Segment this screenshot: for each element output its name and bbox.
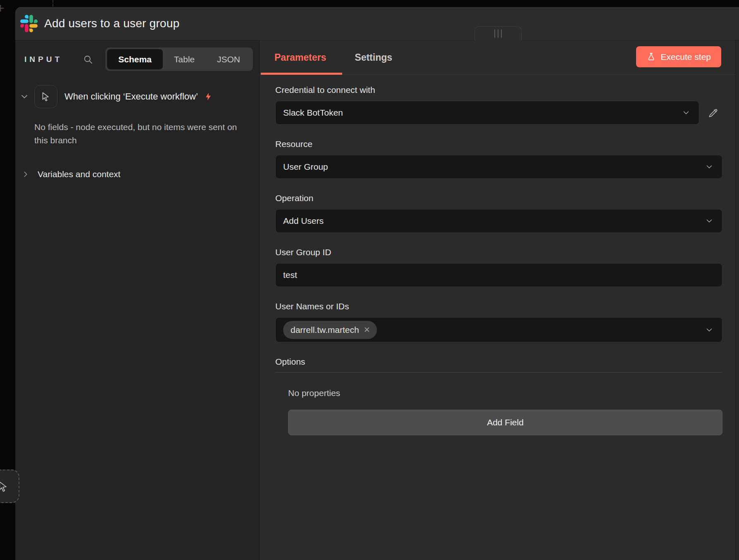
credential-value: Slack BotToken	[283, 108, 343, 118]
parameters-panel: Parameters Settings Execute step Credent…	[261, 40, 735, 560]
modal-header: Add users to a user group	[15, 7, 739, 40]
credential-select[interactable]: Slack BotToken	[275, 101, 699, 125]
lightning-icon	[204, 92, 213, 101]
tab-json[interactable]: JSON	[206, 49, 251, 69]
remove-tag-icon[interactable]: ✕	[364, 326, 370, 334]
tab-schema[interactable]: Schema	[107, 49, 163, 69]
operation-field: Operation Add Users	[275, 193, 722, 233]
variables-and-context-label: Variables and context	[38, 169, 120, 179]
cursor-icon	[0, 480, 10, 493]
input-empty-message: No fields - node executed, but no items …	[34, 121, 243, 147]
options-label: Options	[275, 356, 722, 367]
resource-value: User Group	[283, 162, 328, 172]
cursor-icon	[41, 91, 51, 102]
search-icon	[83, 54, 93, 65]
chevron-right-icon	[21, 170, 30, 179]
node-details-modal: Add users to a user group INPUT Schema T…	[15, 7, 739, 560]
user-group-id-input[interactable]: test	[275, 263, 722, 287]
drag-handle-icon	[494, 29, 495, 38]
search-button[interactable]	[80, 51, 96, 68]
panel-drag-handle[interactable]	[474, 26, 522, 40]
input-panel-label: INPUT	[24, 55, 62, 64]
credential-label: Credential to connect with	[275, 85, 722, 95]
chevron-down-icon	[705, 162, 714, 171]
input-view-switcher: Schema Table JSON	[105, 47, 253, 71]
variables-and-context-toggle[interactable]: Variables and context	[21, 169, 260, 179]
canvas-plus-icon: +	[0, 0, 5, 16]
chevron-down-icon	[682, 108, 691, 117]
active-tab-underline	[261, 73, 342, 75]
options-section: Options No properties Add Field	[275, 356, 722, 435]
selected-user-tag-label: darrell.tw.martech	[291, 325, 359, 335]
options-empty-text: No properties	[288, 388, 722, 398]
user-group-id-label: User Group ID	[275, 247, 722, 258]
output-panel-edge	[735, 40, 739, 560]
trigger-node-row[interactable]: When clicking ‘Execute workflow’	[19, 85, 253, 108]
edit-credential-button[interactable]	[703, 103, 722, 122]
chevron-down-icon	[705, 325, 714, 335]
operation-value: Add Users	[283, 216, 324, 226]
parameters-tabbar: Parameters Settings Execute step	[261, 40, 735, 75]
input-panel: INPUT Schema Table JSON	[15, 40, 261, 560]
credential-field: Credential to connect with Slack BotToke…	[275, 85, 722, 125]
trigger-node-icon-button[interactable]	[34, 85, 57, 108]
parameters-form: Credential to connect with Slack BotToke…	[261, 75, 735, 560]
selected-user-tag: darrell.tw.martech ✕	[283, 321, 377, 339]
user-group-id-field: User Group ID test	[275, 247, 722, 287]
resource-select[interactable]: User Group	[275, 155, 722, 179]
flask-icon	[646, 52, 656, 62]
operation-select[interactable]: Add Users	[275, 209, 722, 233]
resource-field: Resource User Group	[275, 139, 722, 179]
user-names-multiselect[interactable]: darrell.tw.martech ✕	[275, 317, 722, 342]
user-group-id-value: test	[283, 270, 297, 280]
pencil-icon	[708, 107, 719, 119]
user-names-label: User Names or IDs	[275, 301, 722, 312]
user-names-field: User Names or IDs darrell.tw.martech ✕	[275, 301, 722, 342]
input-node-stub-button[interactable]	[0, 470, 19, 503]
chevron-down-icon[interactable]	[19, 92, 29, 102]
options-divider	[275, 372, 722, 373]
add-field-button[interactable]: Add Field	[288, 410, 722, 435]
trigger-node-title: When clicking ‘Execute workflow’	[64, 91, 198, 102]
chevron-down-icon	[705, 216, 714, 225]
tab-parameters[interactable]: Parameters	[274, 52, 326, 63]
resource-label: Resource	[275, 139, 722, 149]
tab-table[interactable]: Table	[163, 49, 206, 69]
tab-settings[interactable]: Settings	[355, 52, 392, 63]
page-title: Add users to a user group	[44, 17, 179, 30]
slack-logo-icon	[20, 15, 38, 32]
canvas-node-fragment	[52, 0, 53, 7]
execute-step-button[interactable]: Execute step	[636, 46, 721, 67]
operation-label: Operation	[275, 193, 722, 204]
